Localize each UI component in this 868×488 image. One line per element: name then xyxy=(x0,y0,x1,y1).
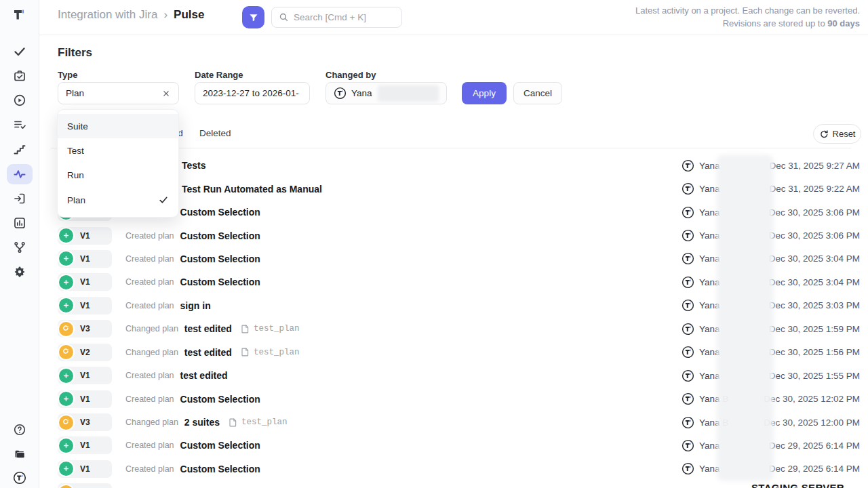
entity-title[interactable]: sign in xyxy=(180,300,211,311)
gear-icon[interactable] xyxy=(13,265,26,279)
linked-file[interactable]: test_plan xyxy=(240,324,300,334)
date-range-input[interactable]: 2023-12-27 to 2026-01- xyxy=(195,82,310,104)
type-dropdown-menu: Suite Test Run Plan xyxy=(57,109,179,218)
tab-deleted[interactable]: Deleted xyxy=(199,128,231,138)
change-type-icon xyxy=(59,439,73,453)
version-label: V1 xyxy=(80,441,90,450)
clipboard-check-icon[interactable] xyxy=(13,69,26,83)
entity-title[interactable]: Custom Selection xyxy=(180,440,260,451)
change-type-icon xyxy=(59,228,73,243)
change-type-icon xyxy=(59,392,73,406)
file-name: test_plan xyxy=(254,348,300,357)
entity-title[interactable]: test edited xyxy=(180,370,228,381)
linked-file[interactable]: test_plan xyxy=(228,418,288,428)
type-dropdown-option[interactable]: Test xyxy=(58,138,178,163)
cancel-button[interactable]: Cancel xyxy=(513,82,562,104)
version-label: V1 xyxy=(80,394,90,404)
apply-button[interactable]: Apply xyxy=(462,82,507,104)
pulse-icon[interactable] xyxy=(13,167,26,181)
check-icon[interactable] xyxy=(13,45,26,58)
user-avatar-icon xyxy=(682,299,694,312)
list-check-icon[interactable] xyxy=(13,118,26,131)
app-window: Integration with Jira › Pulse Latest act… xyxy=(0,0,868,488)
action-label: Changed plan xyxy=(125,324,178,333)
user-avatar-icon xyxy=(682,229,694,242)
action-label: Created plan xyxy=(125,277,174,287)
type-dropdown-option[interactable]: Plan xyxy=(58,188,178,212)
action-label: Created plan xyxy=(125,464,174,474)
top-bar: Integration with Jira › Pulse Latest act… xyxy=(39,0,868,35)
play-circle-icon[interactable] xyxy=(13,94,26,107)
activity-row[interactable] xyxy=(58,481,860,488)
user-avatar-icon xyxy=(682,323,694,336)
changed-by-value: Yana xyxy=(351,88,372,98)
option-label: Plan xyxy=(67,195,85,205)
type-dropdown-option[interactable]: Suite xyxy=(58,114,178,138)
version-badge: V2 xyxy=(58,344,112,361)
steps-icon[interactable] xyxy=(13,143,26,157)
file-icon xyxy=(228,418,238,428)
filter-button[interactable] xyxy=(242,6,264,28)
file-name: test_plan xyxy=(254,324,300,333)
version-badge: V1 xyxy=(58,460,112,478)
logo-avatar-icon[interactable] xyxy=(13,471,26,485)
redacted-names-blur xyxy=(717,155,774,481)
changed-by-label: Changed by xyxy=(326,70,376,80)
user-avatar-icon xyxy=(682,346,694,359)
date-range-value: 2023-12-27 to 2026-01- xyxy=(203,88,299,98)
version-badge: V1 xyxy=(58,250,112,268)
entity-title[interactable]: Custom Selection xyxy=(180,277,260,287)
user-avatar-icon xyxy=(682,369,694,382)
branch-icon[interactable] xyxy=(13,241,26,254)
version-label: V2 xyxy=(80,348,90,357)
version-label: V3 xyxy=(80,418,90,427)
app-logo-icon[interactable] xyxy=(11,7,27,23)
login-icon[interactable] xyxy=(13,192,26,205)
entity-title[interactable]: Custom Selection xyxy=(180,207,260,218)
entity-title[interactable]: Custom Selection xyxy=(180,253,260,264)
type-select[interactable]: Plan xyxy=(58,82,179,104)
reset-label: Reset xyxy=(833,129,856,139)
entity-title[interactable]: Custom Selection xyxy=(180,394,260,405)
sidebar xyxy=(0,0,39,488)
action-label: Created plan xyxy=(125,441,174,450)
change-type-icon xyxy=(59,369,73,383)
version-label: V1 xyxy=(80,277,90,287)
entity-title[interactable]: Custom Selection xyxy=(180,464,260,474)
type-select-value: Plan xyxy=(66,88,84,98)
version-label: V1 xyxy=(80,231,90,241)
bar-chart-icon[interactable] xyxy=(13,216,26,230)
staging-server-label: STAGING SERVER xyxy=(751,482,844,488)
user-avatar-icon xyxy=(682,159,694,172)
entity-title[interactable]: test edited xyxy=(184,347,232,358)
entity-title[interactable]: Test Run Automated as Manual xyxy=(182,184,322,195)
file-name: test_plan xyxy=(241,418,288,427)
reset-button[interactable]: Reset xyxy=(813,124,861,144)
action-label: Created plan xyxy=(125,254,174,264)
filters-heading: Filters xyxy=(58,46,92,60)
breadcrumb-parent[interactable]: Integration with Jira xyxy=(58,8,157,22)
search-icon xyxy=(279,12,289,22)
help-icon[interactable] xyxy=(13,423,26,436)
type-dropdown-option[interactable]: Run xyxy=(58,163,178,188)
action-label: Created plan xyxy=(125,301,174,310)
version-badge xyxy=(58,483,112,488)
version-badge: V3 xyxy=(58,413,112,431)
search-input[interactable] xyxy=(294,12,389,22)
entity-title[interactable]: test edited xyxy=(184,323,232,334)
change-type-icon xyxy=(59,322,73,336)
entity-title[interactable]: Custom Selection xyxy=(180,230,260,241)
redacted-name-blur xyxy=(378,85,439,102)
changed-by-select[interactable]: Yana xyxy=(326,82,447,104)
entity-title[interactable]: 2 suites xyxy=(184,417,220,428)
linked-file[interactable]: test_plan xyxy=(240,347,300,357)
search-box[interactable] xyxy=(271,7,402,28)
change-type-icon xyxy=(59,462,73,476)
retention-days: 90 days xyxy=(827,18,860,28)
version-badge: V1 xyxy=(58,367,112,384)
user-avatar-icon xyxy=(334,87,347,100)
clear-type-icon[interactable] xyxy=(161,89,171,98)
entity-title[interactable]: Tests xyxy=(182,160,206,171)
version-badge: V1 xyxy=(58,436,112,454)
folder-icon[interactable] xyxy=(13,447,26,461)
